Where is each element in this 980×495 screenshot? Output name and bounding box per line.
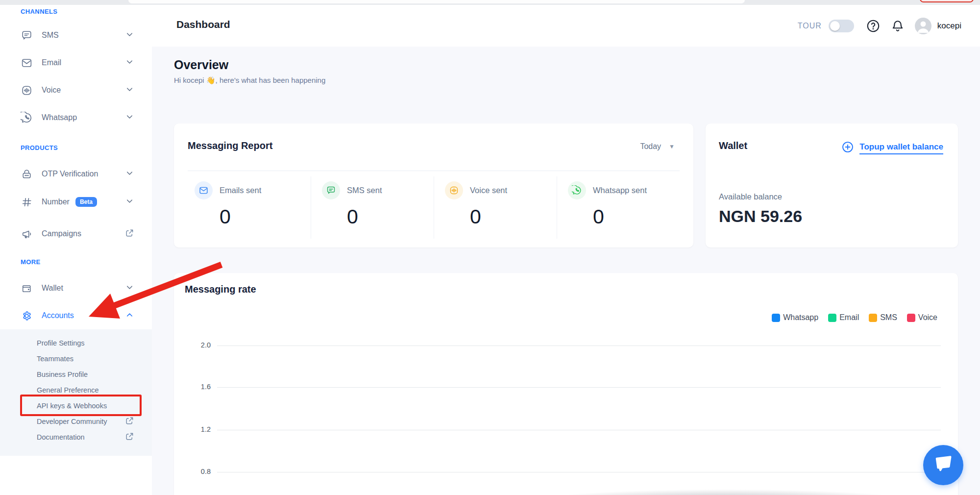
sidebar-item-otp-verification[interactable]: OTP Verification	[21, 167, 134, 181]
help-icon[interactable]	[866, 19, 881, 33]
wallet-icon	[21, 282, 33, 295]
sidebar-item-accounts[interactable]: Accounts	[21, 309, 134, 322]
legend-item-sms[interactable]: SMS	[869, 313, 897, 322]
avatar[interactable]	[915, 18, 931, 34]
sidebar-section-more: MORE	[21, 258, 41, 266]
chevron-down-icon	[125, 169, 134, 180]
stat-label: Whatsapp sent	[593, 186, 647, 195]
legend-swatch	[907, 314, 915, 322]
sidebar-item-label: OTP Verification	[42, 170, 98, 178]
toggle-knob	[830, 21, 840, 31]
stats-row: Emails sent 0 SMS sent 0 Voice sent 0	[188, 176, 680, 239]
legend-item-email[interactable]: Email	[828, 313, 859, 322]
submenu-item-label: API keys & Webhooks	[37, 402, 134, 410]
period-selector[interactable]: Today ▼	[640, 142, 675, 151]
period-value: Today	[640, 142, 661, 151]
stat-value: 0	[593, 205, 680, 228]
caret-down-icon: ▼	[669, 143, 675, 150]
submenu-item-business-profile[interactable]: Business Profile	[37, 368, 134, 381]
sms-icon	[322, 181, 340, 199]
sidebar-item-campaigns[interactable]: Campaigns	[21, 227, 134, 241]
stat-label: SMS sent	[347, 186, 382, 195]
external-link-icon	[125, 416, 134, 427]
wallet-title: Wallet	[719, 140, 747, 151]
overview-title: Overview	[174, 58, 228, 72]
username[interactable]: kocepi	[937, 21, 961, 31]
accounts-submenu: Profile Settings Teammates Business Prof…	[0, 329, 152, 456]
lock-icon	[21, 168, 33, 180]
sidebar-item-number[interactable]: Number Beta	[21, 195, 134, 209]
chevron-down-icon	[125, 283, 134, 294]
app-root: CHANNELS SMS Email Voice Whatsapp PRODUC…	[0, 0, 980, 495]
browser-red-button-sliver	[920, 0, 974, 2]
voice-icon	[21, 84, 33, 97]
sidebar-item-sms[interactable]: SMS	[21, 28, 134, 42]
legend-swatch	[869, 314, 877, 322]
legend-item-voice[interactable]: Voice	[907, 313, 937, 322]
sidebar-item-voice[interactable]: Voice	[21, 83, 134, 97]
submenu-item-teammates[interactable]: Teammates	[37, 352, 134, 366]
messaging-report-title: Messaging Report	[188, 140, 272, 151]
y-axis-tick: 1.6	[188, 383, 211, 391]
submenu-item-label: Developer Community	[37, 418, 125, 425]
scroll-shadow	[512, 489, 938, 495]
sidebar-item-label: Voice	[42, 86, 61, 95]
sidebar-item-whatsapp[interactable]: Whatsapp	[21, 111, 134, 124]
sidebar-item-label: SMS	[42, 31, 59, 40]
y-axis-tick: 2.0	[188, 341, 211, 349]
available-balance-value: NGN 59.26	[719, 207, 802, 226]
chevron-down-icon	[125, 112, 134, 124]
chevron-down-icon	[125, 30, 134, 41]
tour-label: TOUR	[798, 22, 822, 30]
sidebar-item-label: Campaigns	[42, 229, 81, 238]
y-axis-tick: 0.8	[188, 468, 211, 475]
chat-bubble-icon	[932, 454, 954, 476]
stat-label: Voice sent	[470, 186, 507, 195]
top-header: Dashboard TOUR kocepi	[152, 5, 980, 47]
submenu-item-general-preference[interactable]: General Preference	[37, 383, 134, 397]
sidebar-item-label: Wallet	[42, 284, 63, 293]
stat-label: Emails sent	[220, 186, 261, 195]
submenu-item-api-keys-webhooks[interactable]: API keys & Webhooks	[37, 399, 134, 413]
tour-toggle[interactable]	[829, 20, 854, 32]
submenu-item-label: Documentation	[37, 433, 125, 441]
external-link-icon	[125, 432, 134, 443]
sms-icon	[21, 29, 33, 42]
sidebar-item-wallet[interactable]: Wallet	[21, 281, 134, 295]
gear-icon	[21, 310, 33, 322]
chevron-down-icon	[125, 197, 134, 208]
topup-wallet-link[interactable]: Topup wallet balance	[841, 140, 943, 156]
sidebar-item-email[interactable]: Email	[21, 56, 134, 70]
messaging-report-card: Messaging Report Today ▼ Emails sent 0 S…	[174, 124, 693, 248]
submenu-item-label: Profile Settings	[37, 339, 134, 347]
sidebar: CHANNELS SMS Email Voice Whatsapp PRODUC…	[0, 5, 152, 495]
sidebar-section-channels: CHANNELS	[21, 8, 57, 15]
submenu-item-documentation[interactable]: Documentation	[37, 430, 134, 444]
chevron-down-icon	[125, 57, 134, 69]
sidebar-item-label: Number	[42, 198, 70, 206]
messaging-rate-card: Messaging rate Whatsapp Email SMS Voice …	[174, 273, 958, 495]
bell-icon[interactable]	[890, 19, 905, 33]
plus-circle-icon	[841, 140, 855, 156]
submenu-item-developer-community[interactable]: Developer Community	[37, 415, 134, 428]
topup-label: Topup wallet balance	[859, 142, 943, 154]
chevron-down-icon	[125, 85, 134, 96]
submenu-item-label: Business Profile	[37, 371, 134, 378]
stat-value: 0	[347, 205, 434, 228]
legend-label: SMS	[880, 313, 897, 322]
chat-widget-button[interactable]	[923, 445, 963, 485]
messaging-rate-title: Messaging rate	[185, 284, 256, 295]
wallet-card: Wallet Topup wallet balance Available ba…	[706, 124, 958, 248]
stat-sms-sent: SMS sent 0	[311, 176, 434, 239]
email-icon	[21, 57, 33, 69]
legend-swatch	[772, 314, 780, 322]
stat-value: 0	[470, 205, 557, 228]
legend-item-whatsapp[interactable]: Whatsapp	[772, 313, 818, 322]
voice-icon	[445, 181, 463, 199]
y-axis-tick: 1.2	[188, 425, 211, 433]
overview-greeting: Hi kocepi 👋, here's what has been happen…	[174, 76, 325, 85]
submenu-item-profile-settings[interactable]: Profile Settings	[37, 336, 134, 350]
available-balance-label: Available balance	[719, 192, 782, 201]
sidebar-item-label: Whatsapp	[42, 113, 77, 122]
chart-legend: Whatsapp Email SMS Voice	[772, 313, 937, 322]
